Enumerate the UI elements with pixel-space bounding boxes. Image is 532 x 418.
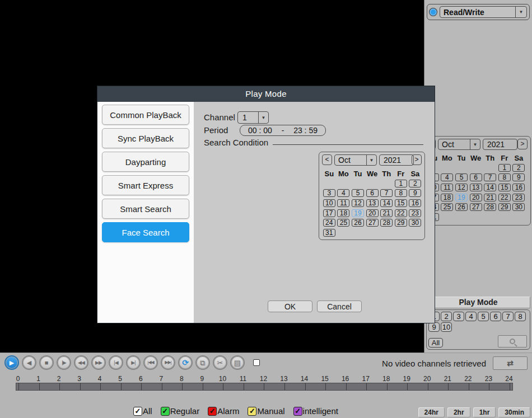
calendar-month-select[interactable]: Oct ▼: [334, 154, 377, 166]
sidebar-item-face-search[interactable]: Face Search: [102, 222, 189, 242]
calendar-next-button[interactable]: >: [412, 154, 422, 165]
channel-7-button[interactable]: 7: [502, 312, 514, 321]
calendar-day-9[interactable]: 9: [409, 189, 421, 197]
calendar-day-26[interactable]: 26: [352, 219, 364, 227]
calendar-day-28[interactable]: 28: [484, 203, 496, 211]
calendar-day-5[interactable]: 5: [352, 189, 364, 197]
calendar-day-12[interactable]: 12: [352, 199, 364, 207]
calendar-day-8[interactable]: 8: [395, 189, 407, 197]
filter-alarm-checkbox[interactable]: ✓: [208, 407, 217, 416]
calendar-day-24[interactable]: 24: [323, 219, 335, 227]
calendar-day-14[interactable]: 14: [380, 199, 393, 207]
calendar-day-15[interactable]: 15: [498, 184, 511, 191]
calendar-day-20[interactable]: 20: [366, 209, 379, 217]
calendar-day-2[interactable]: 2: [409, 180, 421, 187]
calendar-day-6[interactable]: 6: [470, 173, 482, 181]
calendar-day-13[interactable]: 13: [366, 199, 379, 207]
channel-10-button[interactable]: 10: [441, 322, 452, 332]
calendar-day-18[interactable]: 18: [337, 209, 349, 217]
calendar-day-22[interactable]: 22: [395, 209, 407, 217]
channel-panel-title[interactable]: Play Mode: [426, 297, 530, 308]
read-write-combo[interactable]: Read/Write ▼: [427, 4, 530, 20]
calendar-day-9[interactable]: 9: [512, 173, 525, 181]
channel-9-button[interactable]: 9: [428, 322, 440, 332]
calendar-day-17[interactable]: 17: [323, 209, 335, 217]
radio-icon[interactable]: [430, 8, 437, 16]
calendar-day-7[interactable]: 7: [484, 173, 496, 181]
sidebar-item-common-playback[interactable]: Common PlayBack: [102, 105, 189, 125]
dropdown-arrow-icon[interactable]: ▼: [366, 155, 376, 165]
channel-select[interactable]: 1 ▼: [237, 111, 269, 124]
sidebar-item-dayparting[interactable]: Dayparting: [102, 152, 189, 172]
multi-window-button[interactable]: ⧉: [195, 355, 210, 370]
calendar-year-field[interactable]: 2021: [483, 139, 517, 150]
next-frame-button[interactable]: ▶|: [126, 355, 141, 370]
calendar-day-30[interactable]: 30: [409, 219, 421, 227]
loop-button[interactable]: ⟳: [178, 355, 193, 370]
calendar-day-31[interactable]: 31: [323, 229, 335, 237]
stop-button[interactable]: ■: [39, 355, 54, 370]
calendar-day-4[interactable]: 4: [337, 189, 349, 197]
calendar-day-19[interactable]: 19: [352, 209, 364, 217]
calendar-next-button[interactable]: >: [517, 139, 528, 149]
filter-regular-checkbox[interactable]: ✓: [161, 407, 170, 416]
calendar-day-27[interactable]: 27: [366, 219, 379, 227]
calendar-day-4[interactable]: 4: [441, 173, 453, 181]
calendar-day-16[interactable]: 16: [512, 184, 525, 191]
calendar-day-14[interactable]: 14: [484, 184, 496, 191]
rewind-button[interactable]: ◀◀: [74, 355, 88, 370]
calendar-day-27[interactable]: 27: [470, 203, 482, 211]
search-button[interactable]: [498, 335, 527, 347]
calendar-day-12[interactable]: 12: [455, 184, 468, 191]
calendar-day-10[interactable]: 10: [323, 199, 335, 207]
channel-5-button[interactable]: 5: [478, 312, 489, 321]
range-1hr-button[interactable]: 1hr: [473, 407, 496, 417]
next-record-button[interactable]: ▶▶|: [161, 355, 175, 370]
calendar-day-30[interactable]: 30: [512, 203, 525, 211]
calendar-day-22[interactable]: 22: [498, 194, 511, 201]
channel-2-button[interactable]: 2: [441, 312, 452, 321]
channel-3-button[interactable]: 3: [453, 312, 464, 321]
calendar-day-13[interactable]: 13: [470, 184, 482, 191]
calendar-day-11[interactable]: 11: [441, 184, 453, 191]
channel-8-button[interactable]: 8: [515, 312, 526, 321]
sidebar-item-smart-search[interactable]: Smart Search: [102, 199, 189, 219]
filter-manual-checkbox[interactable]: ✓: [248, 407, 256, 416]
calendar-day-19[interactable]: 19: [455, 194, 468, 201]
sidebar-item-sync-playback[interactable]: Sync PlayBack: [102, 128, 189, 148]
calendar-day-29[interactable]: 29: [395, 219, 407, 227]
calendar-month-select[interactable]: Oct ▼: [438, 139, 480, 150]
dropdown-arrow-icon[interactable]: ▼: [470, 139, 480, 149]
channel-6-button[interactable]: 6: [490, 312, 501, 321]
calendar-day-2[interactable]: 2: [512, 164, 525, 172]
calendar-day-7[interactable]: 7: [380, 189, 393, 197]
calendar-day-1[interactable]: 1: [395, 180, 407, 187]
cancel-button[interactable]: Cancel: [317, 300, 362, 312]
calendar-prev-button[interactable]: <: [322, 154, 332, 165]
clip-button[interactable]: ✂: [213, 355, 227, 370]
frame-play-button[interactable]: |▶: [57, 355, 71, 370]
sidebar-item-smart-express[interactable]: Smart Express: [102, 175, 189, 195]
sub-period-checkbox[interactable]: [253, 359, 260, 366]
dropdown-arrow-icon[interactable]: ▼: [515, 7, 526, 17]
calendar-day-28[interactable]: 28: [380, 219, 393, 227]
prev-frame-button[interactable]: |◀: [109, 355, 123, 370]
calendar-day-25[interactable]: 25: [337, 219, 349, 227]
range-30min-button[interactable]: 30min: [498, 407, 530, 417]
filter-intelligent-checkbox[interactable]: ✓: [293, 407, 302, 416]
calendar-day-26[interactable]: 26: [455, 203, 468, 211]
read-write-select[interactable]: Read/Write ▼: [440, 6, 527, 18]
calendar-day-16[interactable]: 16: [409, 199, 421, 207]
ok-button[interactable]: OK: [268, 300, 312, 312]
filter-all-checkbox[interactable]: ✓: [133, 407, 142, 416]
calendar-day-20[interactable]: 20: [470, 194, 482, 201]
channel-4-button[interactable]: 4: [465, 312, 477, 321]
play-button[interactable]: ▶: [4, 355, 19, 370]
prev-record-button[interactable]: |◀◀: [143, 355, 158, 370]
period-field[interactable]: 00 : 00 - 23 : 59: [240, 125, 326, 136]
calendar-day-11[interactable]: 11: [337, 199, 349, 207]
calendar-day-23[interactable]: 23: [409, 209, 421, 217]
calendar-day-1[interactable]: 1: [498, 164, 511, 172]
range-24hr-button[interactable]: 24hr: [418, 407, 445, 417]
timeline-bar[interactable]: [16, 383, 513, 391]
